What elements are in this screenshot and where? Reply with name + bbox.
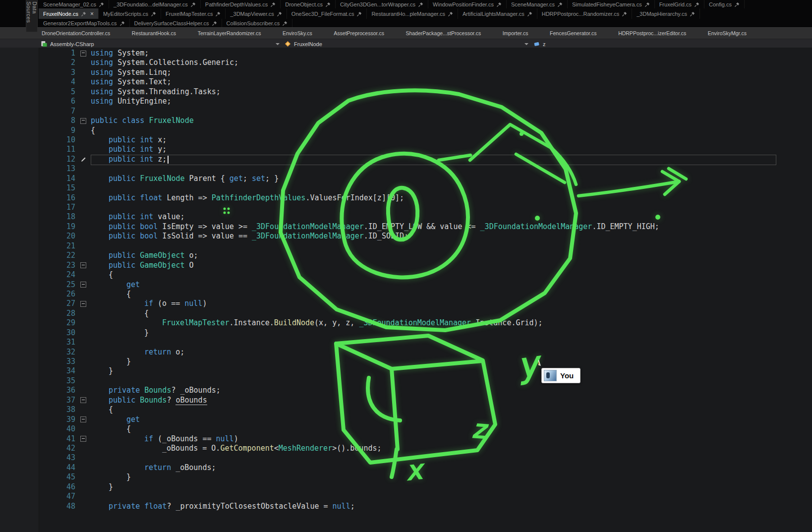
pin-icon[interactable] — [497, 2, 502, 7]
fold-gutter[interactable] — [75, 434, 91, 444]
tab-pathfinderdepthvalues-cs[interactable]: PathfinderDepthValues.cs — [201, 0, 281, 8]
pin-icon[interactable] — [448, 11, 453, 16]
tab-collisionsubscriber-cs[interactable]: CollisionSubscriber.cs — [222, 19, 293, 27]
toolbar-tab-droneorientationcontroller-cs[interactable]: DroneOrientationController.cs — [42, 30, 110, 36]
tab-3dmaphierarchy-cs[interactable]: _3DMapHierarchy.cs — [632, 8, 700, 19]
tab-windowpositionfinder-cs[interactable]: WindowPositionFinder.cs — [428, 0, 507, 8]
toolbar-tab-restauranthook-cs[interactable]: RestaurantHook.cs — [132, 30, 176, 36]
tab-myeditorscripts-cs[interactable]: MyEditorScripts.cs — [99, 8, 161, 19]
tab-droneobject-cs[interactable]: DroneObject.cs — [281, 0, 336, 8]
code-line[interactable]: 8public class FruxelNode — [39, 116, 812, 125]
fold-gutter[interactable] — [75, 299, 91, 308]
code-line[interactable]: 45} — [39, 473, 812, 482]
pin-icon[interactable] — [645, 2, 650, 7]
code-line[interactable]: 30} — [39, 328, 812, 338]
pin-icon[interactable] — [120, 21, 125, 26]
pin-icon[interactable] — [695, 2, 699, 7]
code-line[interactable]: 12public int z; — [39, 155, 812, 164]
code-line[interactable]: 48private float? _proximityToClosestObst… — [39, 502, 812, 511]
tab-3dmapviewer-cs[interactable]: _3DMapViewer.cs — [226, 8, 287, 19]
fold-gutter[interactable] — [75, 280, 91, 290]
code-line[interactable]: 27if (o == null) — [39, 299, 812, 308]
code-line[interactable]: 22public GameObject o; — [39, 251, 812, 260]
pin-icon[interactable] — [326, 2, 331, 7]
code-line[interactable]: 6using UnityEngine; — [39, 97, 812, 106]
toolbar-tab-fencesgenerator-cs[interactable]: FencesGenerator.cs — [550, 30, 597, 36]
code-line[interactable]: 35 — [39, 376, 812, 386]
code-line[interactable]: 33} — [39, 357, 812, 366]
pin-icon[interactable] — [527, 11, 532, 16]
tab-config-cs[interactable]: Config.cs — [704, 0, 745, 8]
pin-icon[interactable] — [418, 2, 423, 7]
code-line[interactable]: 46} — [39, 482, 812, 492]
pin-icon[interactable] — [558, 2, 563, 7]
toolbar-tab-terrainlayerrandomizer-cs[interactable]: TerrainLayerRandomizer.cs — [198, 30, 261, 36]
close-icon[interactable]: × — [90, 10, 94, 17]
code-line[interactable]: 25get — [39, 280, 812, 290]
toolbar-tab-enviroskymgr-cs[interactable]: EnviroSkyMgr.cs — [708, 30, 747, 36]
tab-citygen3dgen-torwrapper-cs[interactable]: CityGen3DGen...torWrapper.cs — [336, 0, 428, 8]
code-line[interactable]: 2using System.Collections.Generic; — [39, 58, 812, 67]
code-line[interactable]: 15 — [39, 183, 812, 193]
code-area[interactable]: 1using System;2using System.Collections.… — [39, 49, 812, 511]
collapse-box-icon[interactable] — [80, 118, 86, 124]
collapse-box-icon[interactable] — [80, 416, 86, 422]
pin-icon[interactable] — [191, 2, 196, 7]
code-line[interactable]: 31 — [39, 338, 812, 347]
collapse-box-icon[interactable] — [80, 282, 86, 288]
code-line[interactable]: 38{ — [39, 405, 812, 414]
tab-simulatedfisheyecamera-cs[interactable]: SimulatedFisheyeCamera.cs — [568, 0, 655, 8]
code-line[interactable]: 47 — [39, 492, 812, 501]
fold-gutter[interactable] — [75, 261, 91, 270]
code-line[interactable]: 28{ — [39, 309, 812, 318]
fold-gutter[interactable] — [75, 415, 91, 424]
tab-fruxelnode-cs[interactable]: FruxelNode.cs× — [39, 8, 99, 19]
code-line[interactable]: 9{ — [39, 126, 812, 135]
tab-scenemanager-02-cs[interactable]: SceneManager_02.cs — [39, 0, 109, 8]
pin-icon[interactable] — [271, 2, 276, 7]
code-line[interactable]: 36private Bounds? _oBounds; — [39, 386, 812, 395]
toolbar-tab-shaderpackage-stprocessor-cs[interactable]: ShaderPackage...stProcessor.cs — [406, 30, 481, 36]
data-sources-panel-tab[interactable]: Data Sources — [26, 0, 38, 32]
pin-icon[interactable] — [735, 2, 740, 7]
code-line[interactable]: 11public int y; — [39, 145, 812, 154]
collapse-box-icon[interactable] — [80, 262, 86, 268]
code-line[interactable]: 20public bool IsSolid => value == _3DFou… — [39, 232, 812, 241]
pin-icon[interactable] — [357, 11, 362, 16]
tab-deliverysurfaceclasshelper-cs[interactable]: DeliverySurfaceClassHelper.cs — [130, 19, 222, 27]
collapse-box-icon[interactable] — [80, 51, 86, 57]
collapse-box-icon[interactable] — [80, 397, 86, 403]
code-editor[interactable]: 1using System;2using System.Collections.… — [0, 48, 812, 532]
toolbar-tab-assetpreprocessor-cs[interactable]: AssetPreprocessor.cs — [334, 30, 384, 36]
code-line[interactable]: 23public GameObject O — [39, 261, 812, 270]
code-line[interactable]: 4using System.Text; — [39, 77, 812, 87]
pin-icon[interactable] — [622, 11, 627, 16]
code-line[interactable]: 26{ — [39, 290, 812, 299]
toolbar-tab-envirosky-cs[interactable]: EnviroSky.cs — [283, 30, 312, 36]
code-line[interactable]: 41if (_oBounds == null) — [39, 434, 812, 444]
code-line[interactable]: 21 — [39, 241, 812, 251]
code-line[interactable]: 29FruxelMapTester.Instance.BuildNode(x, … — [39, 318, 812, 328]
fold-gutter[interactable] — [75, 396, 91, 405]
pin-icon[interactable] — [99, 2, 104, 7]
pin-icon[interactable] — [212, 21, 217, 26]
toolbar-tab-hdrppostproc-izereditor-cs[interactable]: HDRPPostproc...izerEditor.cs — [618, 30, 686, 36]
tab-restaurantho-plemanager-cs[interactable]: RestaurantHo...pleManager.cs — [367, 8, 458, 19]
code-line[interactable]: 44return _oBounds; — [39, 463, 812, 473]
code-line[interactable]: 3using System.Linq; — [39, 68, 812, 77]
code-line[interactable]: 37public Bounds? oBounds — [39, 396, 812, 405]
tab-artificiallightsmanager-cs[interactable]: ArtificialLightsManager.cs — [458, 8, 537, 19]
code-line[interactable]: 5using System.Threading.Tasks; — [39, 87, 812, 97]
code-line[interactable]: 43 — [39, 453, 812, 463]
code-line[interactable]: 40{ — [39, 424, 812, 434]
code-line[interactable]: 7 — [39, 107, 812, 116]
pin-icon[interactable] — [151, 11, 156, 16]
pin-icon[interactable] — [690, 11, 695, 16]
code-line[interactable]: 13 — [39, 164, 812, 174]
tab-fruxelmaptester-cs[interactable]: FruxelMapTester.cs — [161, 8, 226, 19]
code-line[interactable]: 39get — [39, 415, 812, 424]
collapse-box-icon[interactable] — [80, 436, 86, 442]
pin-icon[interactable] — [216, 11, 221, 16]
tab-3dfoundatio-delmanager-cs[interactable]: _3DFoundatio...delManager.cs — [109, 0, 201, 8]
tab-fruxelgrid-cs[interactable]: FruxelGrid.cs — [655, 0, 704, 8]
